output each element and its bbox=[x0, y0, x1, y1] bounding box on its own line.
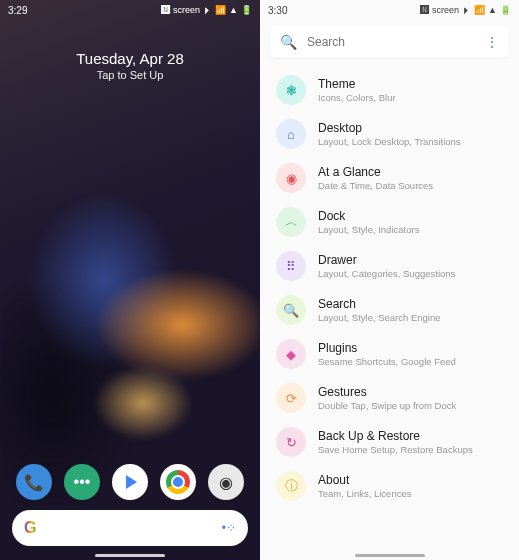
settings-row-dock[interactable]: ︿DockLayout, Style, Indicators bbox=[260, 200, 519, 244]
settings-row-plugins[interactable]: ◆PluginsSesame Shortcuts, Google Feed bbox=[260, 332, 519, 376]
settings-search-card[interactable]: 🔍 ⋮ bbox=[270, 26, 509, 58]
dock-chrome-icon[interactable] bbox=[160, 464, 196, 500]
settings-subtitle: Double Tap, Swipe up from Dock bbox=[318, 400, 456, 411]
home-screen: 3:29 🅽 screen ⏵ 📶 ▲ 🔋 Tuesday, Apr 28 Ta… bbox=[0, 0, 260, 560]
settings-row-back-up-restore[interactable]: ↻Back Up & RestoreSave Home Setup, Resto… bbox=[260, 420, 519, 464]
status-time: 3:29 bbox=[8, 5, 27, 16]
home-subtitle: Tap to Set Up bbox=[0, 69, 260, 81]
dock-messages-icon[interactable]: ••• bbox=[64, 464, 100, 500]
settings-subtitle: Sesame Shortcuts, Google Feed bbox=[318, 356, 456, 367]
google-logo-icon: G bbox=[24, 519, 36, 537]
settings-icon: 🔍 bbox=[276, 295, 306, 325]
status-icons: 🅽 screen ⏵ 📶 ▲ 🔋 bbox=[161, 5, 252, 15]
settings-title: Gestures bbox=[318, 385, 456, 399]
settings-icon: ❃ bbox=[276, 75, 306, 105]
settings-icon: ⟳ bbox=[276, 383, 306, 413]
more-menu-icon[interactable]: ⋮ bbox=[485, 34, 499, 50]
home-date: Tuesday, Apr 28 bbox=[0, 50, 260, 67]
settings-row-at-a-glance[interactable]: ◉At a GlanceDate & Time, Data Sources bbox=[260, 156, 519, 200]
settings-subtitle: Date & Time, Data Sources bbox=[318, 180, 433, 191]
dock-phone-icon[interactable]: 📞 bbox=[16, 464, 52, 500]
settings-subtitle: Save Home Setup, Restore Backups bbox=[318, 444, 473, 455]
settings-row-desktop[interactable]: ⌂DesktopLayout, Lock Desktop, Transition… bbox=[260, 112, 519, 156]
settings-row-gestures[interactable]: ⟳GesturesDouble Tap, Swipe up from Dock bbox=[260, 376, 519, 420]
settings-icon: ⓘ bbox=[276, 471, 306, 501]
settings-title: Desktop bbox=[318, 121, 461, 135]
status-time: 3:30 bbox=[268, 5, 287, 16]
settings-search-input[interactable] bbox=[307, 35, 485, 49]
settings-subtitle: Layout, Lock Desktop, Transitions bbox=[318, 136, 461, 147]
assistant-icon[interactable]: •⁘ bbox=[222, 521, 236, 535]
settings-subtitle: Layout, Categories, Suggestions bbox=[318, 268, 455, 279]
settings-subtitle: Icons, Colors, Blur bbox=[318, 92, 396, 103]
nav-handle[interactable] bbox=[95, 554, 165, 557]
settings-subtitle: Team, Links, Licences bbox=[318, 488, 411, 499]
settings-title: Search bbox=[318, 297, 441, 311]
settings-list: ❃ThemeIcons, Colors, Blur⌂DesktopLayout,… bbox=[260, 68, 519, 508]
settings-title: Plugins bbox=[318, 341, 456, 355]
settings-title: Dock bbox=[318, 209, 419, 223]
settings-row-theme[interactable]: ❃ThemeIcons, Colors, Blur bbox=[260, 68, 519, 112]
settings-title: Back Up & Restore bbox=[318, 429, 473, 443]
at-a-glance-widget[interactable]: Tuesday, Apr 28 Tap to Set Up bbox=[0, 20, 260, 81]
search-icon: 🔍 bbox=[280, 34, 297, 50]
settings-icon: ⌂ bbox=[276, 119, 306, 149]
dock-camera-icon[interactable]: ◉ bbox=[208, 464, 244, 500]
settings-icon: ◉ bbox=[276, 163, 306, 193]
launcher-settings-screen: 3:30 🅽 screen ⏵ 📶 ▲ 🔋 🔍 ⋮ ❃ThemeIcons, C… bbox=[260, 0, 519, 560]
settings-title: Drawer bbox=[318, 253, 455, 267]
settings-row-about[interactable]: ⓘAboutTeam, Links, Licences bbox=[260, 464, 519, 508]
settings-subtitle: Layout, Style, Search Engine bbox=[318, 312, 441, 323]
dock: 📞 ••• ◉ bbox=[0, 464, 260, 500]
settings-icon: ↻ bbox=[276, 427, 306, 457]
settings-icon: ︿ bbox=[276, 207, 306, 237]
settings-subtitle: Layout, Style, Indicators bbox=[318, 224, 419, 235]
settings-icon: ⠿ bbox=[276, 251, 306, 281]
settings-row-drawer[interactable]: ⠿DrawerLayout, Categories, Suggestions bbox=[260, 244, 519, 288]
statusbar-right: 3:30 🅽 screen ⏵ 📶 ▲ 🔋 bbox=[260, 0, 519, 20]
settings-title: Theme bbox=[318, 77, 396, 91]
statusbar-left: 3:29 🅽 screen ⏵ 📶 ▲ 🔋 bbox=[0, 0, 260, 20]
status-icons: 🅽 screen ⏵ 📶 ▲ 🔋 bbox=[420, 5, 511, 15]
settings-icon: ◆ bbox=[276, 339, 306, 369]
dock-playstore-icon[interactable] bbox=[112, 464, 148, 500]
nav-handle[interactable] bbox=[355, 554, 425, 557]
google-search-bar[interactable]: G •⁘ bbox=[12, 510, 248, 546]
settings-title: About bbox=[318, 473, 411, 487]
settings-title: At a Glance bbox=[318, 165, 433, 179]
settings-row-search[interactable]: 🔍SearchLayout, Style, Search Engine bbox=[260, 288, 519, 332]
